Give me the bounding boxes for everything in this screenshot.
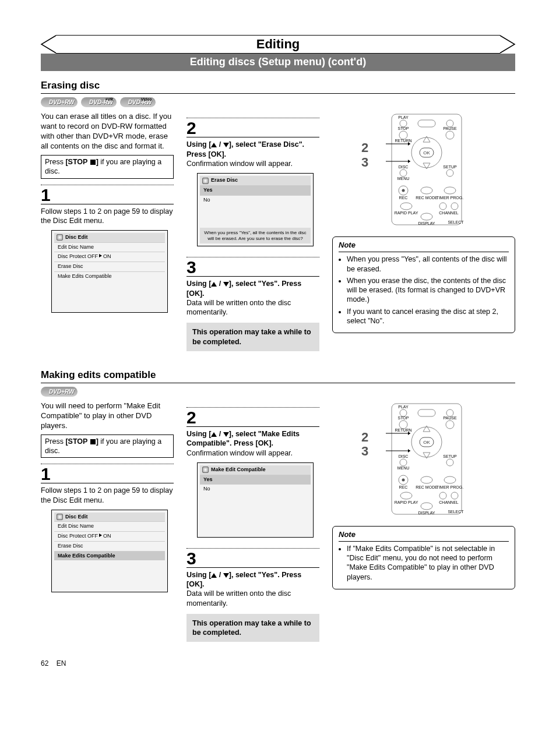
make-col-mid: 2 Using [ / ], select "Make Edits Compat… <box>186 401 319 642</box>
osd-row-selected: Yes <box>200 475 311 485</box>
svg-text:RETURN: RETURN <box>395 139 411 143</box>
badge-dvd-rw-video: DVD-RWVideo <box>120 97 156 107</box>
svg-text:CHANNEL: CHANNEL <box>439 500 459 504</box>
svg-point-64 <box>444 476 456 483</box>
osd-row: No <box>200 484 311 494</box>
step-1-text: Follow steps 1 to 2 on page 59 to displa… <box>41 486 174 505</box>
osd-disc-edit: Disc Edit Edit Disc Name Disc Protect OF… <box>51 230 168 313</box>
osd-row: Edit Disc Name <box>54 521 165 531</box>
down-triangle-icon <box>223 432 229 437</box>
osd-make-edit: Make Edit Compatible Yes No <box>197 462 314 538</box>
page-footer: 62 EN <box>41 659 515 669</box>
svg-point-54 <box>400 459 407 466</box>
step-3-heading: Using [ / ], select "Yes". Press [OK]. D… <box>186 570 319 608</box>
svg-text:PLAY: PLAY <box>398 405 409 409</box>
svg-text:RAPID PLAY: RAPID PLAY <box>395 500 418 504</box>
note-title: Note <box>339 530 509 542</box>
step-3-number: 3 <box>186 550 319 568</box>
svg-text:STOP: STOP <box>398 416 409 420</box>
step-3-number: 3 <box>186 259 319 277</box>
down-triangle-icon <box>223 143 229 147</box>
svg-text:PAUSE: PAUSE <box>443 416 457 420</box>
svg-point-49 <box>399 421 407 429</box>
note-item: If "Make Edits Compatible" is not select… <box>347 544 509 582</box>
svg-point-27 <box>400 203 412 210</box>
remote-icon: OK PLAY STOP PAUSE RETURN DISCMENU SETUP… <box>374 401 473 518</box>
svg-text:PAUSE: PAUSE <box>443 126 457 130</box>
osd-row: Disc Protect OFFON <box>54 252 165 262</box>
svg-point-51 <box>446 421 454 429</box>
svg-point-29 <box>421 213 432 220</box>
note-list: If "Make Edits Compatible" is not select… <box>339 544 509 582</box>
osd-row: No <box>200 195 311 205</box>
svg-marker-38 <box>408 160 410 163</box>
up-triangle-icon <box>211 282 217 287</box>
disc-badges: DVD+RW <box>41 387 515 397</box>
svg-point-12 <box>446 131 454 139</box>
osd-row-selected: Make Edits Compatible <box>54 551 165 561</box>
step-1-number: 1 <box>41 465 174 483</box>
make-intro: You will need to perform "Make Edit Comp… <box>41 401 174 431</box>
step-1-text: Follow steps 1 to 2 on page 59 to displa… <box>41 207 174 226</box>
erase-col-mid: 2 Using [ / ], select "Erase Disc". Pres… <box>186 112 319 351</box>
make-col-right: 2 3 OK PLAY STOP PAUSE RETURN DISCMENU S… <box>332 401 515 642</box>
erase-intro: You can erase all titles on a disc. If y… <box>41 112 174 151</box>
section-heading-erase: Erasing disc <box>41 79 515 94</box>
header-right-ornament-icon <box>499 35 516 54</box>
step-1-number: 1 <box>41 186 174 204</box>
svg-point-68 <box>421 503 432 510</box>
osd-confirmation-message: When you press "Yes", all the contents i… <box>200 228 311 243</box>
svg-point-60 <box>402 479 405 482</box>
operation-note: This operation may take a while to be co… <box>186 323 319 351</box>
svg-text:DISPLAY: DISPLAY <box>418 221 435 225</box>
svg-text:OK: OK <box>423 440 430 445</box>
operation-note: This operation may take a while to be co… <box>186 614 319 642</box>
stop-icon <box>90 439 96 444</box>
svg-text:STOP: STOP <box>398 126 409 130</box>
erase-col-left: You can erase all titles on a disc. If y… <box>41 112 174 351</box>
svg-text:SELECT: SELECT <box>448 220 464 224</box>
osd-row: Erase Disc <box>54 541 165 551</box>
svg-text:TIMER PROG.: TIMER PROG. <box>437 485 463 489</box>
svg-rect-48 <box>418 409 435 416</box>
stop-icon <box>90 160 96 165</box>
svg-rect-9 <box>418 120 435 127</box>
remote-control-figure: 2 3 OK PLAY STOP PAUSE RETURN DISCMENU S… <box>374 112 473 228</box>
note-item: When you press "Yes", all contents of th… <box>347 255 509 274</box>
up-triangle-icon <box>211 573 217 578</box>
press-stop-box: Press [STOP ] if you are playing a disc. <box>41 434 174 458</box>
svg-text:SETUP: SETUP <box>443 454 457 458</box>
remote-steps-indicator: 2 3 <box>361 430 368 458</box>
note-box: Note If "Make Edits Compatible" is not s… <box>332 526 515 589</box>
remote-control-figure: 2 3 OK PLAY STOP PAUSE RETURN DISCMENU S… <box>374 401 473 518</box>
svg-point-66 <box>400 492 412 499</box>
note-item: If you want to cancel erasing the disc a… <box>347 307 509 326</box>
svg-point-15 <box>400 169 407 176</box>
svg-text:REC: REC <box>399 196 408 200</box>
page-number: 62 <box>41 659 48 667</box>
svg-point-18 <box>446 169 453 176</box>
step-3-heading: Using [ / ], select "Yes". Press [OK]. D… <box>186 279 319 317</box>
svg-point-70 <box>439 492 446 499</box>
step-2-heading: Using [ / ], select "Erase Disc". Press … <box>186 140 319 168</box>
remote-steps-indicator: 2 3 <box>361 141 368 169</box>
svg-text:RETURN: RETURN <box>395 428 411 432</box>
badge-dvd-rw-vr: DVD-RW+VR <box>81 97 117 107</box>
svg-point-23 <box>421 187 432 194</box>
osd-row-selected: Yes <box>200 185 311 195</box>
erase-columns: You can erase all titles on a disc. If y… <box>41 112 515 351</box>
svg-text:REC MODE: REC MODE <box>416 485 438 489</box>
svg-point-10 <box>399 131 407 139</box>
step-2-heading: Using [ / ], select "Make Edits Compatib… <box>186 429 319 458</box>
osd-erase-disc: Erase Disc Yes No When you press "Yes", … <box>197 173 314 246</box>
svg-point-21 <box>402 189 405 192</box>
step-2-number: 2 <box>186 119 319 137</box>
page-title: Editing <box>56 35 500 54</box>
svg-text:SETUP: SETUP <box>443 165 457 169</box>
svg-marker-77 <box>408 449 410 453</box>
up-triangle-icon <box>211 432 217 437</box>
make-col-left: You will need to perform "Make Edit Comp… <box>41 401 174 642</box>
arrow-right-icon <box>99 534 102 537</box>
osd-title: Disc Edit <box>54 513 165 522</box>
svg-point-25 <box>444 187 456 194</box>
